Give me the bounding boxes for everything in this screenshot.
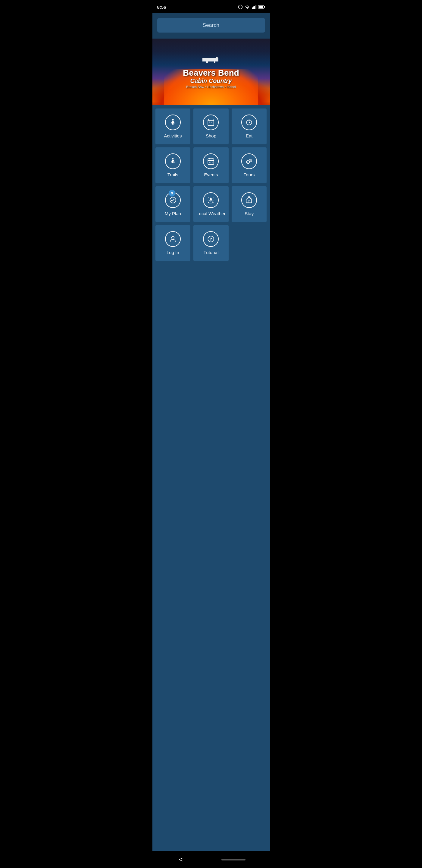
back-button[interactable]: < [176, 853, 185, 866]
svg-rect-20 [212, 162, 213, 162]
svg-rect-5 [255, 5, 256, 9]
hero-banner: Beavers Bend Cabin Country Broken Bow • … [153, 38, 270, 105]
grid-item-stay[interactable]: Stay [232, 186, 267, 222]
svg-rect-4 [254, 6, 255, 9]
home-indicator[interactable] [221, 859, 246, 861]
grid-item-activities[interactable]: Activities [155, 108, 191, 144]
tours-icon: AB [241, 153, 257, 169]
grid-item-tutorial[interactable]: ? Tutorial [193, 225, 229, 261]
local-weather-icon [203, 192, 219, 208]
do-not-disturb-icon [238, 4, 243, 9]
svg-point-29 [171, 236, 174, 239]
svg-rect-8 [259, 6, 263, 8]
wifi-icon [245, 5, 250, 9]
stay-label: Stay [245, 211, 254, 216]
my-plan-badge: 9 [169, 190, 175, 196]
eat-label: Eat [246, 133, 253, 138]
hero-tagline: Broken Bow • Hochatown • Idabel [183, 85, 239, 89]
svg-point-13 [172, 158, 173, 159]
svg-rect-7 [264, 6, 265, 7]
header: Search [153, 13, 270, 38]
svg-rect-3 [253, 6, 254, 9]
events-label: Events [204, 172, 218, 177]
state-logo [183, 55, 239, 67]
grid-item-eat[interactable]: Eat [232, 108, 267, 144]
svg-point-10 [172, 119, 173, 121]
hero-subtitle: Cabin Country [183, 78, 239, 84]
status-time: 8:56 [157, 4, 166, 10]
grid-item-events[interactable]: Events [193, 147, 229, 183]
status-icons [238, 4, 265, 9]
svg-text:?: ? [210, 237, 213, 241]
grid-item-log-in[interactable]: Log In [155, 225, 191, 261]
log-in-icon [165, 231, 181, 247]
battery-icon [258, 5, 265, 9]
local-weather-label: Local Weather [196, 211, 225, 216]
svg-rect-18 [209, 162, 210, 162]
stay-icon [241, 192, 257, 208]
events-icon [203, 153, 219, 169]
grid-item-my-plan[interactable]: 9 My Plan [155, 186, 191, 222]
trails-icon [165, 153, 181, 169]
grid-item-trails[interactable]: Trails [155, 147, 191, 183]
tutorial-label: Tutorial [204, 250, 218, 255]
hero-title: Beavers Bend [183, 68, 239, 78]
search-button[interactable]: Search [157, 18, 265, 33]
bottom-nav-bar: < [153, 851, 270, 868]
svg-rect-14 [208, 158, 214, 164]
my-plan-label: My Plan [165, 211, 181, 216]
shop-icon [203, 115, 219, 130]
svg-text:A: A [247, 161, 249, 163]
trails-label: Trails [167, 172, 178, 177]
hero-overlay: Beavers Bend Cabin Country Broken Bow • … [183, 55, 239, 89]
grid-item-tours[interactable]: AB Tours [232, 147, 267, 183]
signal-icon [252, 5, 257, 9]
grid-item-shop[interactable]: Shop [193, 108, 229, 144]
svg-point-26 [210, 198, 212, 200]
status-bar: 8:56 [153, 0, 270, 13]
tutorial-icon: ? [203, 231, 219, 247]
eat-icon [241, 115, 257, 130]
log-in-label: Log In [167, 250, 179, 255]
grid-item-local-weather[interactable]: Local Weather [193, 186, 229, 222]
tours-label: Tours [244, 172, 255, 177]
svg-rect-19 [210, 162, 211, 162]
shop-label: Shop [206, 133, 216, 138]
activities-icon [165, 115, 181, 130]
svg-text:B: B [250, 160, 251, 162]
svg-point-9 [216, 57, 218, 59]
svg-rect-2 [252, 7, 253, 9]
app-container: Search Beavers Bend Cabin Country Broken… [153, 13, 270, 851]
svg-rect-27 [248, 201, 250, 203]
activities-label: Activities [164, 133, 182, 138]
main-grid: Activities Shop Eat Trails [153, 105, 270, 265]
